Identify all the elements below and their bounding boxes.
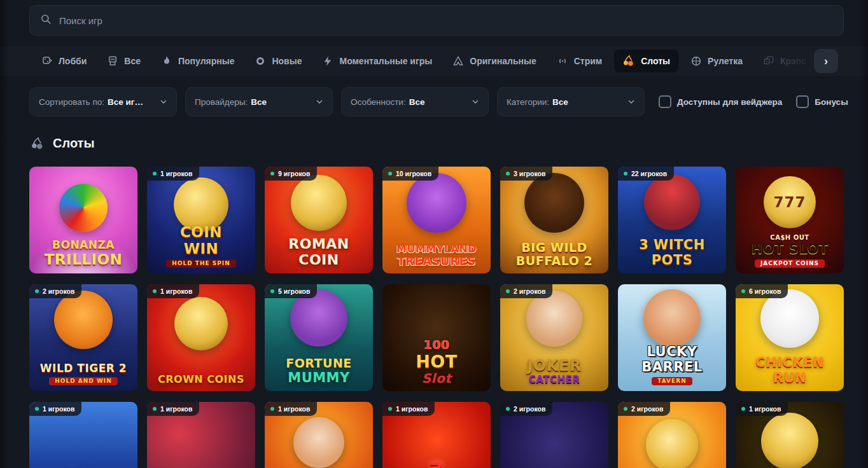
- game-title-line: 3 WITCH: [639, 238, 705, 252]
- online-dot: [35, 407, 39, 411]
- game-art-circle: [291, 175, 347, 231]
- game-tile-lucky-barrel-tavern[interactable]: LUCKYBARRELTAVERN: [618, 284, 726, 391]
- game-title-line: 100: [423, 339, 449, 352]
- game-title-line: ROMAN: [288, 237, 349, 252]
- game-tile-joker-catcher[interactable]: JOKERCATCHER 2 игроков: [500, 284, 608, 391]
- games-grid: BONANZATRILLION COINWINHOLD THE SPIN 1 и…: [29, 167, 844, 468]
- players-badge: 1 игроков: [147, 402, 199, 416]
- game-art: 777 CA$H OUTHOT SLOTJACKPOT COINS: [736, 167, 844, 273]
- game-tile-big-win-x25[interactable]: BIG WINx25 1 игроков: [147, 402, 255, 468]
- checkbox-box[interactable]: [659, 95, 671, 108]
- tab-popular[interactable]: Популярные: [153, 50, 242, 72]
- game-art-circle: [526, 291, 582, 347]
- game-tile-fortune-mummy[interactable]: FORTUNEMUMMY 5 игроков: [265, 284, 373, 391]
- tab-craps[interactable]: Крэпс: [755, 50, 815, 72]
- originals-icon: [452, 55, 464, 67]
- game-tile-100-hot-slot[interactable]: 100HOTSlot: [382, 284, 491, 391]
- game-tile-3-witch-pots[interactable]: 3 WITCHPOTS 22 игроков: [618, 167, 726, 273]
- game-art: ROMANCOIN: [265, 167, 373, 273]
- game-title-line: CA$H OUT: [770, 235, 809, 241]
- game-title-line: MUMMY: [288, 371, 349, 385]
- game-title: CROWN COINS: [147, 375, 255, 385]
- players-badge: 2 игроков: [500, 284, 552, 298]
- cherries-icon: [622, 55, 635, 67]
- game-tile-coin-win[interactable]: COINWINHOLD THE SPIN 1 игроков: [147, 167, 255, 273]
- players-count: 2 игроков: [43, 287, 74, 295]
- players-badge: 2 игроков: [618, 402, 670, 416]
- game-tile-777-cashout-hot-slot[interactable]: 777 CA$H OUTHOT SLOTJACKPOT COINS: [736, 167, 844, 273]
- game-tile-joker-bells-slot[interactable]: 1 игроков: [265, 402, 373, 468]
- online-dot: [741, 407, 745, 411]
- filter-providers[interactable]: Провайдеры: Все: [185, 87, 333, 116]
- game-tile-chicken-run[interactable]: CHICKENRUN 6 игроков: [736, 284, 844, 391]
- filter-features[interactable]: Особенности: Все: [341, 87, 489, 116]
- tab-slots[interactable]: Слоты: [614, 50, 678, 72]
- players-count: 1 игроков: [749, 405, 781, 413]
- game-title: 7MINICash'n: [382, 460, 491, 468]
- game-title-line: RUN: [773, 371, 806, 385]
- online-dot: [35, 289, 39, 293]
- chevron-down-icon: [160, 98, 167, 106]
- game-title-line: FORTUNE: [286, 357, 352, 370]
- filter-categories[interactable]: Категории: Все: [497, 87, 645, 116]
- tab-stream[interactable]: Стрим: [549, 50, 610, 72]
- dice-icon: [763, 55, 774, 67]
- game-tile-wild-cash[interactable]: WildCA$H 2 игроков: [500, 402, 608, 468]
- game-tile-big-wild-buffalo-2[interactable]: BIG WILDBUFFALO 2 3 игроков: [500, 167, 608, 273]
- game-art: JOKERCATCHER: [500, 284, 608, 391]
- tab-lobby[interactable]: Лобби: [33, 50, 95, 72]
- tab-instant[interactable]: Моментальные игры: [314, 50, 440, 72]
- game-title: COINWINHOLD THE SPIN: [147, 225, 255, 268]
- new-icon: [255, 55, 266, 67]
- game-art: 3 WITCHPOTS: [618, 167, 726, 273]
- players-count: 1 игроков: [160, 170, 192, 177]
- game-art-circle: [54, 291, 113, 349]
- game-tile-7-mini-cashn[interactable]: 7MINICash'n 1 игроков: [382, 402, 491, 468]
- game-tile-roman-coin[interactable]: ROMANCOIN 9 игроков: [265, 167, 373, 273]
- players-badge: 22 игроков: [618, 167, 674, 181]
- game-title-line: COIN: [298, 253, 339, 268]
- game-tile-bonanza-trillion[interactable]: BONANZATRILLION: [29, 167, 137, 273]
- tab-all[interactable]: Все: [99, 50, 149, 72]
- game-title-line: CATCHER: [529, 375, 580, 385]
- online-dot: [506, 407, 510, 411]
- online-dot: [270, 172, 274, 176]
- game-title: ROMANCOIN: [265, 237, 373, 268]
- game-art-circle: [59, 184, 108, 232]
- game-tile-mummyland-treasures[interactable]: MUMMYLANDTREASURES 10 игроков: [382, 167, 491, 273]
- online-dot: [506, 289, 510, 293]
- players-count: 5 игроков: [278, 287, 310, 295]
- tab-new[interactable]: Новые: [246, 50, 310, 72]
- search-input[interactable]: [59, 15, 833, 26]
- search-bar[interactable]: [29, 5, 844, 36]
- game-title: MUMMYLANDTREASURES: [382, 244, 491, 268]
- game-tile-golden-pig-slot[interactable]: 2 игроков: [618, 402, 726, 468]
- game-title: CA$H OUTHOT SLOTJACKPOT COINS: [736, 235, 844, 268]
- game-art-circle: [760, 289, 819, 348]
- checkbox-bonuses[interactable]: Бонусы: [796, 95, 848, 108]
- players-count: 1 игроков: [160, 405, 192, 413]
- game-title-line: BARREL: [641, 361, 702, 375]
- players-badge: 6 игроков: [736, 284, 788, 298]
- game-tile-36-coins[interactable]: 36COINS™ 1 игроков: [736, 402, 844, 468]
- tabs-next-button[interactable]: ›: [814, 49, 838, 73]
- game-title-line: 7: [430, 460, 444, 468]
- game-title-line: HOT: [416, 353, 457, 371]
- tab-roulette[interactable]: Рулетка: [682, 50, 751, 72]
- checkbox-wager[interactable]: Доступны для вейджера: [659, 95, 782, 108]
- game-tile-crown-coins[interactable]: CROWN COINS 1 игроков: [147, 284, 255, 391]
- players-count: 1 игроков: [396, 405, 428, 413]
- roulette-icon: [690, 55, 702, 67]
- game-tile-777-coin[interactable]: 777COIN 1 игроков: [29, 402, 137, 468]
- tab-originals[interactable]: Оригинальные: [444, 50, 544, 72]
- checkbox-box[interactable]: [796, 95, 809, 108]
- players-badge: 1 игроков: [265, 402, 317, 416]
- flame-icon: [161, 55, 172, 67]
- filters-row: Сортировать по: Все иг… Провайдеры: Все …: [29, 87, 844, 116]
- game-tile-wild-tiger-2[interactable]: WILD TIGER 2HOLD AND WIN 2 игроков: [29, 284, 137, 391]
- all-icon: [107, 55, 118, 67]
- online-dot: [624, 407, 627, 411]
- filter-sort[interactable]: Сортировать по: Все иг…: [29, 87, 177, 116]
- players-badge: 9 игроков: [265, 167, 317, 181]
- game-title-line: POTS: [652, 254, 693, 268]
